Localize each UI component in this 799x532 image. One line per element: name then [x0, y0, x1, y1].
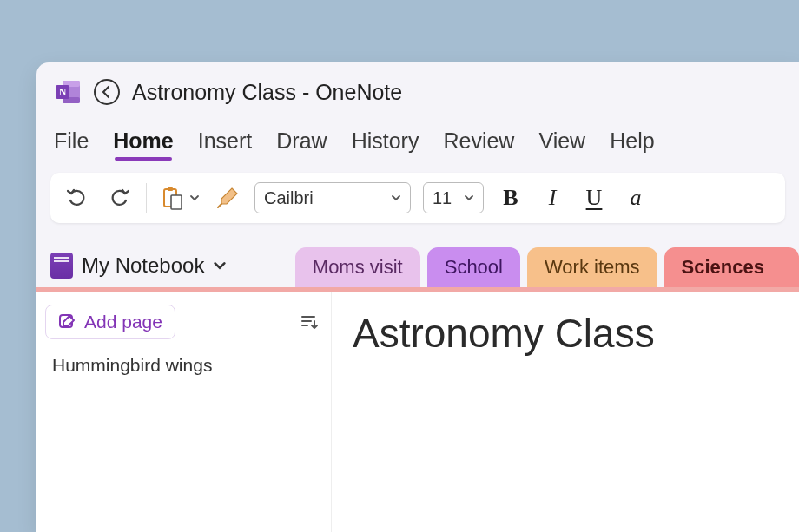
ribbon-tab-file[interactable]: File [54, 128, 89, 161]
page-list-header: Add page [45, 305, 322, 339]
toolbar-separator [146, 183, 147, 213]
title-bar: N Astronomy Class - OneNote [36, 62, 799, 115]
sort-button[interactable] [294, 308, 322, 336]
chevron-down-icon [213, 259, 227, 273]
section-tab-school[interactable]: School [427, 247, 520, 287]
redo-button[interactable] [104, 183, 134, 213]
onenote-app-icon: N [54, 78, 82, 106]
formatting-toolbar: Cailbri 11 B I U a [50, 173, 785, 223]
compose-icon [58, 313, 76, 331]
page-title[interactable]: Astronomy Class [353, 310, 778, 357]
page-canvas[interactable]: Astronomy Class [332, 292, 799, 532]
section-tab-work-items[interactable]: Work items [527, 247, 657, 287]
paste-button[interactable] [159, 185, 201, 211]
italic-button[interactable]: I [538, 183, 567, 213]
page-list-panel: Add page Hummingbird wings [36, 292, 332, 532]
chevron-down-icon [188, 192, 201, 204]
svg-text:N: N [59, 86, 67, 98]
format-painter-button[interactable] [213, 183, 242, 213]
bold-button[interactable]: B [496, 183, 525, 213]
svg-rect-7 [171, 195, 182, 209]
underline-button[interactable]: U [579, 183, 609, 213]
section-tabs: Moms visit School Work items Sciences [295, 247, 799, 287]
ribbon-tab-history[interactable]: History [352, 128, 419, 161]
back-button[interactable] [94, 79, 120, 105]
chevron-down-icon [464, 193, 474, 203]
chevron-down-icon [391, 193, 401, 203]
ribbon-tab-home[interactable]: Home [113, 128, 173, 161]
ribbon-tab-help[interactable]: Help [610, 128, 654, 161]
section-tab-moms-visit[interactable]: Moms visit [295, 247, 420, 287]
font-family-value: Cailbri [264, 188, 314, 208]
ribbon-tabs: File Home Insert Draw History Review Vie… [36, 115, 799, 161]
strikethrough-button[interactable]: a [621, 183, 650, 213]
font-size-value: 11 [433, 188, 452, 208]
window-title: Astronomy Class - OneNote [132, 80, 402, 105]
page-list-item[interactable]: Hummingbird wings [45, 350, 322, 381]
ribbon-tab-draw[interactable]: Draw [276, 128, 327, 161]
app-window: N Astronomy Class - OneNote File Home In… [36, 62, 799, 532]
undo-icon [65, 186, 89, 210]
sort-icon [299, 312, 318, 332]
section-tab-sciences[interactable]: Sciences [664, 247, 799, 287]
font-size-dropdown[interactable]: 11 [423, 182, 484, 213]
arrow-left-icon [100, 85, 114, 99]
add-page-label: Add page [84, 312, 162, 332]
notebook-name: My Notebook [82, 253, 204, 278]
paintbrush-icon [215, 185, 241, 211]
add-page-button[interactable]: Add page [45, 305, 175, 339]
undo-button[interactable] [63, 183, 92, 213]
ribbon-tab-view[interactable]: View [538, 128, 585, 161]
clipboard-icon [159, 185, 185, 211]
content-area: Add page Hummingbird wings Astronomy Cla… [36, 292, 799, 532]
redo-icon [107, 186, 131, 210]
ribbon-tab-review[interactable]: Review [443, 128, 514, 161]
notebook-section-row: My Notebook Moms visit School Work items… [36, 242, 799, 287]
notebook-icon [50, 253, 73, 279]
ribbon-tab-insert[interactable]: Insert [198, 128, 253, 161]
notebook-picker[interactable]: My Notebook [50, 253, 227, 287]
svg-rect-6 [168, 187, 173, 191]
font-family-dropdown[interactable]: Cailbri [254, 182, 411, 213]
